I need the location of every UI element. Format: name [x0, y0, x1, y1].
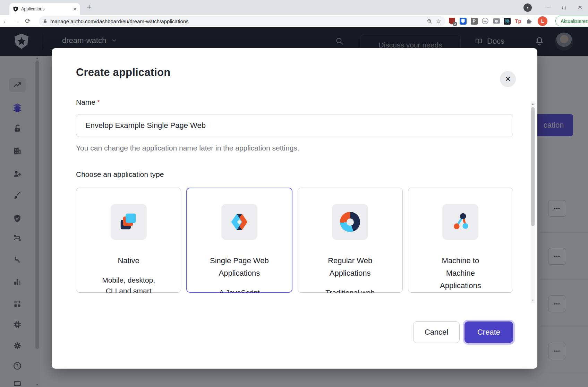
regular-web-app-icon [332, 204, 368, 240]
app-type-card-m2m[interactable]: Machine to Machine Applications [408, 188, 513, 293]
update-label: Aktualisieren [561, 18, 588, 24]
browser-tab[interactable]: Applications ✕ [9, 3, 80, 15]
chrome-update-icon[interactable]: ▾ [523, 3, 532, 12]
p-extension-icon[interactable]: P [470, 17, 478, 25]
modal-close-button[interactable]: ✕ [500, 71, 516, 87]
tab-strip: Applications ✕ + ▾ — □ ✕ [0, 0, 588, 15]
name-label: Name* [76, 98, 513, 106]
window-close-button[interactable]: ✕ [572, 2, 588, 13]
tp-extension-icon[interactable]: Tp [514, 17, 522, 25]
url-text: manage.auth0.com/dashboard/eu/dream-watc… [50, 18, 423, 24]
name-label-text: Name [76, 98, 95, 106]
modal-scrollbar[interactable]: ▲ ▼ [531, 101, 535, 303]
window-controls: ▾ — □ ✕ [523, 0, 588, 15]
tab-close-icon[interactable]: ✕ [73, 7, 77, 12]
window-maximize-button[interactable]: □ [556, 2, 572, 13]
extensions-puzzle-icon[interactable] [526, 17, 533, 25]
lock-icon [43, 19, 47, 24]
camera-extension-icon[interactable] [493, 17, 500, 25]
app-type-card-regular-web[interactable]: Regular Web Applications Traditional web [298, 188, 403, 293]
application-type-cards: Native Mobile, desktop, CLI and smart [76, 188, 513, 293]
zoom-icon[interactable] [427, 18, 433, 24]
card-title: Regular Web Applications [312, 255, 388, 280]
bitwarden-extension-icon[interactable] [459, 17, 467, 25]
application-name-input[interactable] [76, 114, 513, 137]
card-title: Single Page Web Applications [201, 255, 278, 280]
ublock-extension-icon[interactable]: 4 [448, 17, 455, 25]
reload-button[interactable]: ⟳ [22, 17, 33, 25]
move-extension-icon[interactable]: ✛ [482, 17, 489, 25]
create-application-modal: ✕ Create application Name* You can chang… [52, 48, 537, 369]
chrome-update-button[interactable]: Aktualisieren ⋮ [555, 16, 588, 26]
card-description: Mobile, desktop, CLI and smart [98, 275, 159, 293]
card-description: A JavaScript [209, 287, 270, 293]
m2m-app-icon [442, 204, 478, 240]
modal-scrollbar-up-icon[interactable]: ▲ [531, 102, 535, 106]
card-title: Native [91, 255, 167, 267]
address-bar[interactable]: manage.auth0.com/dashboard/eu/dream-watc… [39, 16, 445, 26]
modal-scrollbar-thumb[interactable] [531, 107, 535, 226]
application-type-label: Choose an application type [76, 170, 513, 179]
modal-scrollbar-down-icon[interactable]: ▼ [531, 298, 535, 302]
native-app-icon [111, 204, 147, 240]
spa-app-icon [221, 204, 257, 240]
window-minimize-button[interactable]: — [540, 2, 556, 13]
tab-title: Applications [21, 7, 73, 11]
app-type-card-spa[interactable]: Single Page Web Applications A JavaScrip… [186, 188, 292, 293]
create-button[interactable]: Create [465, 321, 513, 343]
back-button[interactable]: ← [0, 17, 11, 25]
extensions-row: 4 P ✛ Tp L [448, 15, 588, 27]
card-title: Machine to Machine Applications [434, 255, 486, 292]
modal-footer: Cancel Create [413, 321, 513, 343]
modal-title: Create application [76, 66, 513, 79]
browser-profile-avatar[interactable]: L [538, 16, 547, 26]
card-description: Traditional web [320, 287, 381, 293]
bookmark-star-icon[interactable]: ☆ [436, 18, 441, 25]
react-devtools-icon[interactable] [504, 18, 511, 25]
new-tab-button[interactable]: + [84, 2, 94, 12]
auth0-favicon-icon [13, 6, 18, 12]
app-type-card-native[interactable]: Native Mobile, desktop, CLI and smart [76, 188, 181, 293]
browser-toolbar: ← → ⟳ manage.auth0.com/dashboard/eu/drea… [0, 15, 588, 27]
cancel-button[interactable]: Cancel [413, 321, 460, 343]
forward-button[interactable]: → [11, 17, 22, 25]
browser-window: Applications ✕ + ▾ — □ ✕ ← → ⟳ manage.au… [0, 0, 588, 387]
name-help-text: You can change the application name late… [76, 144, 513, 152]
required-asterisk: * [97, 98, 100, 106]
